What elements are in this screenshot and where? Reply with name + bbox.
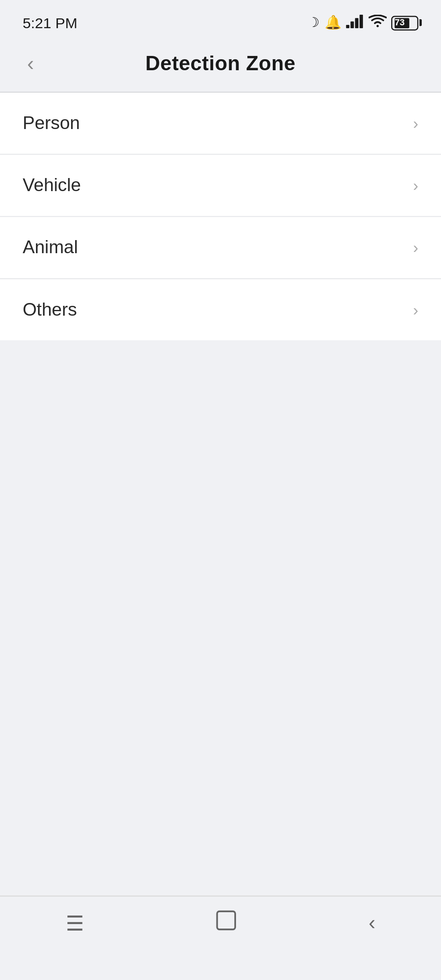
status-bar: 5:21 PM ☽ 🔔 73: [0, 0, 441, 41]
content-area: [0, 340, 441, 895]
list-container: Person › Vehicle › Animal › Others ›: [0, 93, 441, 340]
nav-back-button[interactable]: ‹: [350, 902, 393, 944]
svg-rect-0: [346, 24, 349, 28]
chevron-right-icon-vehicle: ›: [413, 176, 419, 194]
list-item-animal[interactable]: Animal ›: [0, 217, 441, 279]
status-time: 5:21 PM: [22, 14, 77, 31]
status-icons: ☽ 🔔 73: [307, 14, 418, 31]
moon-icon: ☽: [307, 15, 320, 31]
home-icon: [215, 909, 237, 937]
nav-menu-button[interactable]: ☰: [47, 902, 102, 944]
battery-icon: 73: [391, 15, 418, 30]
svg-rect-1: [350, 21, 354, 28]
list-item-label-others: Others: [22, 300, 77, 320]
chevron-right-icon-person: ›: [413, 114, 419, 132]
signal-icon: [346, 14, 364, 31]
back-nav-icon: ‹: [369, 911, 376, 935]
list-item-label-vehicle: Vehicle: [22, 175, 81, 196]
page-title: Detection Zone: [145, 52, 296, 76]
list-item-label-animal: Animal: [22, 237, 78, 258]
nav-home-button[interactable]: [197, 900, 256, 947]
chevron-right-icon-others: ›: [413, 301, 419, 319]
chevron-right-icon-animal: ›: [413, 238, 419, 256]
app-header: ‹ Detection Zone: [0, 41, 441, 92]
list-item-others[interactable]: Others ›: [0, 279, 441, 341]
svg-rect-3: [360, 14, 363, 28]
menu-icon: ☰: [66, 911, 84, 935]
wifi-icon: [369, 14, 387, 31]
svg-rect-2: [355, 18, 358, 28]
svg-rect-4: [217, 911, 235, 929]
list-item-person[interactable]: Person ›: [0, 93, 441, 155]
list-item-vehicle[interactable]: Vehicle ›: [0, 155, 441, 217]
bell-icon: 🔔: [325, 15, 342, 31]
back-button[interactable]: ‹: [18, 47, 43, 80]
bottom-nav: ☰ ‹: [0, 895, 441, 954]
list-item-label-person: Person: [22, 113, 80, 134]
